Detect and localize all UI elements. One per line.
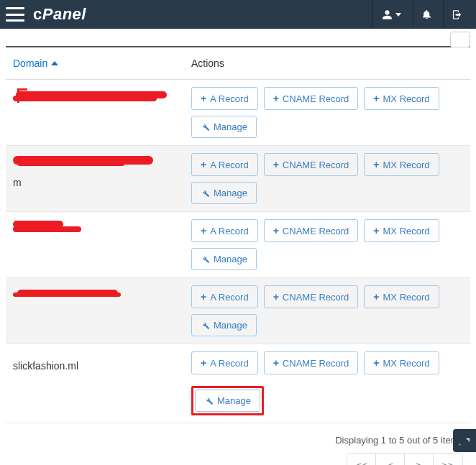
bell-icon — [421, 9, 432, 20]
plus-icon: + — [201, 159, 206, 170]
manage-button[interactable]: Manage — [191, 314, 257, 336]
manage-button[interactable]: Manage — [195, 390, 260, 412]
wrench-icon — [201, 321, 210, 330]
page-first-button[interactable]: << — [347, 454, 376, 465]
page-last-button[interactable]: >> — [434, 454, 462, 465]
actions-cell: +A Record +CNAME Record +MX Record Manag… — [191, 87, 463, 138]
plus-icon: + — [201, 291, 206, 303]
add-cname-record-button[interactable]: +CNAME Record — [264, 219, 359, 242]
manage-button[interactable]: Manage — [191, 182, 257, 204]
top-nav: ccPanelPanel — [0, 0, 476, 29]
wrench-icon — [201, 122, 210, 132]
add-mx-record-button[interactable]: +MX Record — [364, 351, 439, 374]
table-row: xxxxxxxxxxxxxxxxxxxxxxxxxx.com +A Record… — [6, 146, 470, 212]
plus-icon: + — [201, 93, 206, 104]
page-next-button[interactable]: > — [405, 454, 434, 465]
top-float-area — [6, 29, 470, 46]
manage-button[interactable]: Manage — [191, 248, 257, 270]
plus-icon: + — [273, 93, 279, 104]
add-mx-record-button[interactable]: +MX Record — [364, 153, 439, 176]
wrench-icon — [204, 396, 214, 405]
plus-icon: + — [201, 357, 206, 369]
pagination: << < > >> — [347, 453, 463, 465]
plus-icon: + — [273, 225, 279, 236]
plus-icon: + — [373, 357, 379, 369]
plus-icon: + — [273, 291, 279, 303]
domain-cell: xxxxxxxxxx.xxx — [13, 219, 191, 241]
notifications-button[interactable] — [413, 0, 440, 29]
table-row: xxxxxxxxxx.xxx +A Record +CNAME Record +… — [6, 212, 470, 278]
domain-cell: xxxxxxxxxxxxxxxxxxxx — [13, 285, 191, 308]
highlight-annotation: Manage — [191, 386, 264, 415]
plus-icon: + — [273, 357, 279, 369]
add-mx-record-button[interactable]: +MX Record — [364, 219, 439, 242]
add-a-record-button[interactable]: +A Record — [191, 153, 258, 176]
add-a-record-button[interactable]: +A Record — [191, 285, 258, 308]
add-mx-record-button[interactable]: +MX Record — [364, 285, 439, 308]
add-cname-record-button[interactable]: +CNAME Record — [264, 351, 359, 374]
actions-cell: +A Record +CNAME Record +MX Record Manag… — [191, 219, 463, 270]
pagination-summary: Displaying 1 to 5 out of 5 items — [13, 435, 463, 446]
add-cname-record-button[interactable]: +CNAME Record — [264, 87, 359, 110]
user-icon — [382, 9, 393, 20]
actions-cell: +A Record +CNAME Record +MX Record Manag… — [191, 285, 463, 336]
actions-cell: +A Record +CNAME Record +MX Record Manag… — [191, 351, 463, 415]
wrench-icon — [201, 188, 210, 198]
actions-cell: +A Record +CNAME Record +MX Record Manag… — [191, 153, 463, 204]
domain-cell: slickfashion.ml — [13, 351, 191, 374]
plus-icon: + — [373, 225, 379, 236]
domain-cell: xxxxxxxxxxxxxxxxxxxxxxxxxx.com — [13, 153, 191, 190]
plus-icon: + — [273, 159, 279, 170]
plus-icon: + — [373, 159, 379, 170]
domain-cell: xxxxxxxxxxxxxxxxxxxxxxxxxxxxxxx.com — [13, 87, 191, 109]
plus-icon: + — [373, 291, 379, 303]
logout-icon — [452, 9, 462, 20]
logout-button[interactable] — [443, 0, 470, 29]
plus-icon: + — [373, 93, 379, 104]
stats-tab[interactable] — [453, 429, 476, 452]
add-a-record-button[interactable]: +A Record — [191, 87, 258, 110]
add-cname-record-button[interactable]: +CNAME Record — [264, 153, 359, 176]
plus-icon: + — [201, 225, 206, 236]
table-row: xxxxxxxxxxxxxxxxxxxx +A Record +CNAME Re… — [6, 278, 470, 344]
table-row: slickfashion.ml +A Record +CNAME Record … — [6, 344, 470, 423]
add-mx-record-button[interactable]: +MX Record — [364, 87, 439, 110]
sort-asc-icon — [51, 61, 58, 65]
add-a-record-button[interactable]: +A Record — [191, 351, 258, 374]
menu-hamburger-icon[interactable] — [6, 7, 24, 22]
chart-line-icon — [459, 435, 471, 447]
add-cname-record-button[interactable]: +CNAME Record — [264, 285, 359, 308]
cpanel-logo: ccPanelPanel — [33, 5, 86, 24]
col-header-domain[interactable]: Domain — [13, 57, 191, 69]
domain-text: slickfashion.ml — [13, 360, 78, 372]
add-a-record-button[interactable]: +A Record — [191, 219, 258, 242]
caret-down-icon — [395, 13, 401, 17]
small-control-box[interactable] — [450, 32, 470, 47]
col-header-actions: Actions — [191, 57, 463, 69]
manage-button[interactable]: Manage — [191, 116, 257, 138]
table-footer: Displaying 1 to 5 out of 5 items << < > … — [6, 423, 470, 465]
col-header-domain-label: Domain — [13, 57, 47, 69]
wrench-icon — [201, 254, 210, 264]
user-menu[interactable] — [372, 0, 410, 29]
page-prev-button[interactable]: < — [376, 454, 405, 465]
table-row: xxxxxxxxxxxxxxxxxxxxxxxxxxxxxxx.com +A R… — [6, 80, 470, 146]
table-header: Domain Actions — [6, 46, 470, 80]
